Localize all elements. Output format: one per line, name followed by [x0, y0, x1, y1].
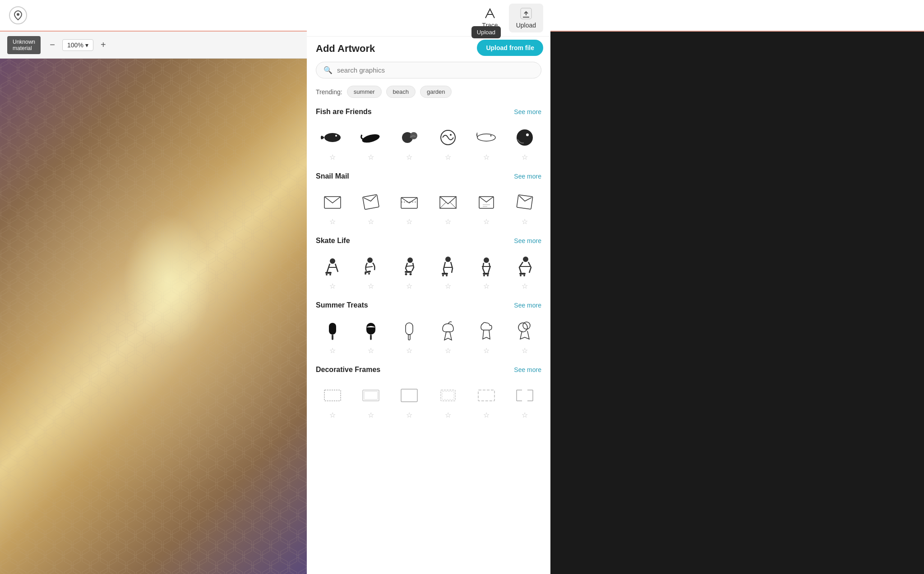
section-treats-see-more[interactable]: See more [514, 302, 541, 309]
upload-tooltip: Upload [471, 26, 501, 38]
favorite-star[interactable]: ☆ [329, 346, 336, 355]
zoom-out-button[interactable]: − [46, 39, 59, 51]
section-snail-see-more[interactable]: See more [514, 173, 541, 180]
graphic-thumb [434, 124, 462, 151]
favorite-star[interactable]: ☆ [445, 217, 451, 226]
zoom-display[interactable]: 100% ▾ [62, 39, 93, 51]
list-item[interactable]: ☆ [314, 121, 351, 164]
graphic-thumb [319, 188, 346, 216]
list-item[interactable]: ☆ [314, 250, 351, 293]
list-item[interactable]: ☆ [430, 315, 466, 358]
svg-rect-27 [325, 272, 332, 274]
graphic-thumb [473, 188, 500, 216]
favorite-star[interactable]: ☆ [483, 153, 490, 161]
fish-grid: ☆ ☆ ☆ [312, 119, 545, 168]
list-item[interactable]: ☆ [507, 315, 543, 358]
list-item[interactable]: ☆ [468, 121, 504, 164]
list-item[interactable]: ☆ [314, 315, 351, 358]
list-item[interactable]: ☆ [314, 186, 351, 229]
favorite-star[interactable]: ☆ [445, 346, 451, 355]
favorite-star[interactable]: ☆ [368, 282, 374, 290]
svg-point-49 [523, 275, 525, 276]
favorite-star[interactable]: ☆ [368, 346, 374, 355]
favorite-star[interactable]: ☆ [483, 217, 490, 226]
logo[interactable] [9, 6, 27, 24]
list-item[interactable]: ☆ [391, 186, 428, 229]
trending-chip-garden[interactable]: garden [420, 86, 452, 98]
list-item[interactable]: ☆ [507, 250, 543, 293]
list-item[interactable]: ☆ [468, 186, 504, 229]
section-skate-see-more[interactable]: See more [514, 237, 541, 244]
favorite-star[interactable]: ☆ [483, 411, 490, 419]
list-item[interactable]: ☆ [391, 379, 428, 422]
favorite-star[interactable]: ☆ [522, 217, 528, 226]
zoom-in-button[interactable]: + [97, 39, 110, 51]
favorite-star[interactable]: ☆ [483, 282, 490, 290]
graphic-thumb [396, 253, 423, 280]
search-input[interactable] [337, 66, 534, 74]
favorite-star[interactable]: ☆ [406, 153, 412, 161]
favorite-star[interactable]: ☆ [329, 282, 336, 290]
favorite-star[interactable]: ☆ [445, 282, 451, 290]
skate-grid: ☆ ☆ ☆ ☆ [312, 248, 545, 297]
trending-chip-summer[interactable]: summer [347, 86, 382, 98]
zoom-value: 100% [67, 41, 83, 49]
list-item[interactable]: ☆ [352, 121, 389, 164]
list-item[interactable]: ☆ [468, 250, 504, 293]
svg-rect-59 [363, 390, 379, 401]
favorite-star[interactable]: ☆ [329, 411, 336, 419]
favorite-star[interactable]: ☆ [406, 217, 412, 226]
list-item[interactable]: ☆ [430, 186, 466, 229]
list-item[interactable]: ☆ [430, 379, 466, 422]
list-item[interactable]: ☆ [468, 379, 504, 422]
list-item[interactable]: ☆ [352, 186, 389, 229]
favorite-star[interactable]: ☆ [522, 411, 528, 419]
svg-point-30 [367, 257, 373, 263]
list-item[interactable]: ☆ [507, 379, 543, 422]
upload-from-file-button[interactable]: Upload from file [477, 40, 543, 56]
svg-point-40 [442, 275, 444, 276]
graphic-thumb [319, 317, 346, 344]
list-item[interactable]: ☆ [430, 250, 466, 293]
list-item[interactable]: ☆ [314, 379, 351, 422]
list-item[interactable]: ☆ [507, 121, 543, 164]
favorite-star[interactable]: ☆ [522, 153, 528, 161]
favorite-star[interactable]: ☆ [368, 153, 374, 161]
zoom-chevron: ▾ [85, 41, 88, 49]
list-item[interactable]: ☆ [391, 250, 428, 293]
frames-grid: ☆ ☆ ☆ ☆ [312, 377, 545, 426]
dark-right [550, 32, 924, 574]
list-item[interactable]: ☆ [352, 250, 389, 293]
svg-point-34 [407, 257, 413, 263]
favorite-star[interactable]: ☆ [329, 217, 336, 226]
favorite-star[interactable]: ☆ [368, 217, 374, 226]
list-item[interactable]: ☆ [430, 121, 466, 164]
graphic-thumb [396, 382, 423, 409]
favorite-star[interactable]: ☆ [406, 411, 412, 419]
list-item[interactable]: ☆ [352, 315, 389, 358]
graphic-thumb [473, 253, 500, 280]
favorite-star[interactable]: ☆ [522, 282, 528, 290]
svg-rect-51 [332, 335, 333, 340]
favorite-star[interactable]: ☆ [522, 346, 528, 355]
favorite-star[interactable]: ☆ [368, 411, 374, 419]
favorite-star[interactable]: ☆ [406, 282, 412, 290]
section-treats: Summer Treats See more [312, 297, 545, 313]
list-item[interactable]: ☆ [391, 121, 428, 164]
favorite-star[interactable]: ☆ [445, 153, 451, 161]
list-item[interactable]: ☆ [507, 186, 543, 229]
favorite-star[interactable]: ☆ [329, 153, 336, 161]
list-item[interactable]: ☆ [468, 315, 504, 358]
svg-point-29 [329, 274, 331, 276]
favorite-star[interactable]: ☆ [445, 411, 451, 419]
trending-chip-beach[interactable]: beach [386, 86, 416, 98]
favorite-star[interactable]: ☆ [406, 346, 412, 355]
list-item[interactable]: ☆ [352, 379, 389, 422]
svg-point-57 [523, 322, 530, 329]
section-fish-see-more[interactable]: See more [514, 108, 541, 115]
upload-action[interactable]: Upload [509, 4, 543, 32]
svg-rect-50 [329, 323, 336, 335]
favorite-star[interactable]: ☆ [483, 346, 490, 355]
list-item[interactable]: ☆ [391, 315, 428, 358]
section-frames-see-more[interactable]: See more [514, 366, 541, 373]
